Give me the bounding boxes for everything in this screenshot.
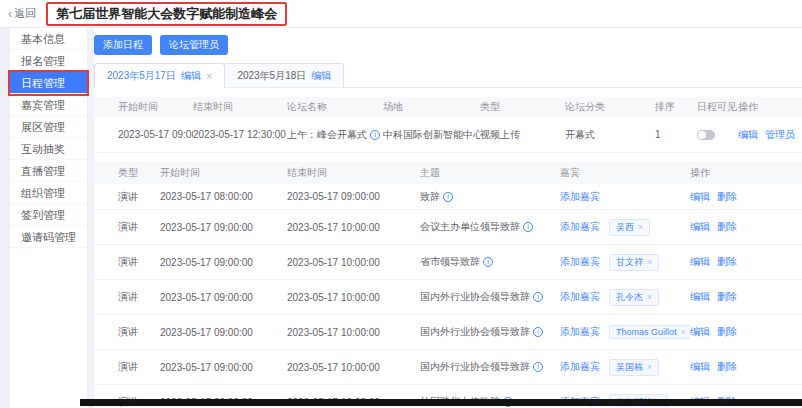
add-guest-link[interactable]: 添加嘉宾 — [560, 255, 600, 269]
forum-end-time: 2023-05-17 12:30:00 — [193, 129, 287, 140]
session-type: 演讲 — [118, 190, 160, 204]
venue-name: 中科国际创新智能中心 — [383, 128, 480, 142]
sidebar-item-organization[interactable]: 组织管理 — [10, 182, 87, 204]
guest-name: 甘文祥 — [616, 256, 643, 269]
guest-tag: 吴国栋× — [609, 359, 659, 376]
session-end: 2023-05-17 10:00:00 — [287, 257, 420, 268]
session-type: 演讲 — [118, 255, 160, 269]
session-delete-link[interactable]: 删除 — [717, 290, 737, 304]
add-schedule-button[interactable]: 添加日程 — [94, 35, 152, 55]
sidebar-item-exhibition[interactable]: 展区管理 — [10, 116, 87, 138]
schedule-visible-toggle[interactable] — [697, 130, 715, 140]
remove-guest-icon[interactable]: × — [647, 292, 652, 302]
session-delete-link[interactable]: 删除 — [717, 325, 737, 339]
annotation-box-title: 第七届世界智能大会数字赋能制造峰会 — [46, 2, 287, 26]
session-end: 2023-05-17 09:00:00 — [287, 191, 420, 202]
window-bottom-edge — [80, 399, 802, 406]
session-row: 演讲 2023-05-17 08:00:00 2023-05-17 09:00:… — [94, 184, 802, 210]
guest-name: Thomas Guillot — [616, 327, 677, 337]
sidebar-item-invite-code[interactable]: 邀请码管理 — [10, 226, 87, 248]
tab-date-label: 2023年5月18日 — [237, 69, 306, 83]
session-edit-link[interactable]: 编辑 — [690, 360, 710, 374]
session-row: 演讲 2023-05-17 09:00:00 2023-05-17 10:00:… — [94, 280, 802, 315]
session-topic: 致辞 — [420, 190, 440, 204]
chevron-left-icon: ‹ — [8, 7, 12, 20]
remove-guest-icon[interactable]: × — [681, 327, 686, 337]
session-delete-link[interactable]: 删除 — [717, 220, 737, 234]
add-guest-link[interactable]: 添加嘉宾 — [560, 360, 600, 374]
col-header: 场地 — [383, 100, 480, 114]
session-end: 2023-05-17 10:00:00 — [287, 292, 420, 303]
sidebar-item-lottery[interactable]: 互动抽奖 — [10, 138, 87, 160]
sidebar-item-schedule[interactable]: 日程管理 — [10, 72, 87, 94]
forum-admin-link[interactable]: 管理员 — [765, 128, 795, 142]
forum-admin-button[interactable]: 论坛管理员 — [160, 35, 228, 55]
session-start: 2023-05-17 09:00:00 — [160, 257, 287, 268]
tab-edit-link[interactable]: 编辑 — [311, 69, 331, 83]
app-window: ‹ 返回 第七届世界智能大会数字赋能制造峰会 基本信息 报名管理 日程管理 嘉宾… — [0, 0, 802, 408]
sidebar-item-livestream[interactable]: 直播管理 — [10, 160, 87, 182]
session-type: 演讲 — [118, 325, 160, 339]
sidebar-item-basic-info[interactable]: 基本信息 — [10, 28, 87, 50]
session-edit-link[interactable]: 编辑 — [690, 290, 710, 304]
back-link[interactable]: ‹ 返回 — [8, 6, 36, 21]
col-header: 主题 — [420, 166, 560, 180]
sidebar-item-checkin[interactable]: 签到管理 — [10, 204, 87, 226]
sidebar-item-registration[interactable]: 报名管理 — [10, 50, 87, 72]
session-edit-link[interactable]: 编辑 — [690, 190, 710, 204]
session-table: 类型 开始时间 结束时间 主题 嘉宾 操作 演讲 2023-05-17 08:0… — [94, 162, 802, 408]
forum-edit-link[interactable]: 编辑 — [738, 128, 758, 142]
tab-date-0517[interactable]: 2023年5月17日 编辑 × — [94, 63, 225, 87]
info-icon[interactable] — [533, 327, 543, 337]
toggle-knob — [698, 131, 706, 139]
session-topic: 省市领导致辞 — [420, 255, 480, 269]
guest-tag: Thomas Guillot× — [609, 325, 690, 339]
page-title: 第七届世界智能大会数字赋能制造峰会 — [56, 5, 277, 23]
add-guest-link[interactable]: 添加嘉宾 — [560, 220, 600, 234]
add-guest-link[interactable]: 添加嘉宾 — [560, 290, 600, 304]
remove-guest-icon[interactable]: × — [647, 362, 652, 372]
add-guest-link[interactable]: 添加嘉宾 — [560, 325, 600, 339]
session-start: 2023-05-17 09:00:00 — [160, 327, 287, 338]
session-edit-link[interactable]: 编辑 — [690, 220, 710, 234]
session-topic: 国内外行业协会领导致辞 — [420, 325, 530, 339]
session-end: 2023-05-17 10:00:00 — [287, 327, 420, 338]
guest-name: 孔令杰 — [616, 291, 643, 304]
session-start: 2023-05-17 09:00:00 — [160, 292, 287, 303]
session-delete-link[interactable]: 删除 — [717, 190, 737, 204]
col-header: 类型 — [118, 166, 160, 180]
col-header: 日程可见 — [697, 100, 738, 114]
remove-guest-icon[interactable]: × — [638, 222, 643, 232]
guest-tag: 吴西× — [609, 219, 650, 236]
session-delete-link[interactable]: 删除 — [717, 255, 737, 269]
info-icon[interactable] — [533, 362, 543, 372]
session-row: 演讲 2023-05-17 09:00:00 2023-05-17 10:00:… — [94, 210, 802, 245]
guest-tag: 孔令杰× — [609, 289, 659, 306]
tab-edit-link[interactable]: 编辑 — [181, 69, 201, 83]
remove-guest-icon[interactable]: × — [647, 257, 652, 267]
col-header: 排序 — [655, 100, 697, 114]
guest-name: 吴国栋 — [616, 361, 643, 374]
col-header: 操作 — [690, 166, 802, 180]
sidebar-item-guests[interactable]: 嘉宾管理 — [10, 94, 87, 116]
info-icon[interactable] — [483, 257, 493, 267]
session-edit-link[interactable]: 编辑 — [690, 325, 710, 339]
tab-close-icon[interactable]: × — [206, 70, 212, 82]
info-icon[interactable] — [443, 192, 453, 202]
session-edit-link[interactable]: 编辑 — [690, 255, 710, 269]
info-icon[interactable] — [370, 130, 380, 140]
info-icon[interactable] — [533, 292, 543, 302]
session-delete-link[interactable]: 删除 — [717, 360, 737, 374]
col-header: 结束时间 — [193, 100, 287, 114]
col-header: 开始时间 — [160, 166, 287, 180]
forum-table-header: 开始时间 结束时间 论坛名称 场地 类型 论坛分类 排序 日程可见 操作 — [94, 97, 802, 117]
col-header: 操作 — [738, 100, 802, 114]
tab-date-0518[interactable]: 2023年5月18日 编辑 — [224, 63, 344, 87]
forum-category: 开幕式 — [565, 128, 655, 142]
session-start: 2023-05-17 09:00:00 — [160, 222, 287, 233]
session-topic: 会议主办单位领导致辞 — [420, 220, 520, 234]
add-guest-link[interactable]: 添加嘉宾 — [560, 190, 600, 204]
col-header: 结束时间 — [287, 166, 420, 180]
tab-date-label: 2023年5月17日 — [107, 69, 176, 83]
info-icon[interactable] — [523, 222, 533, 232]
